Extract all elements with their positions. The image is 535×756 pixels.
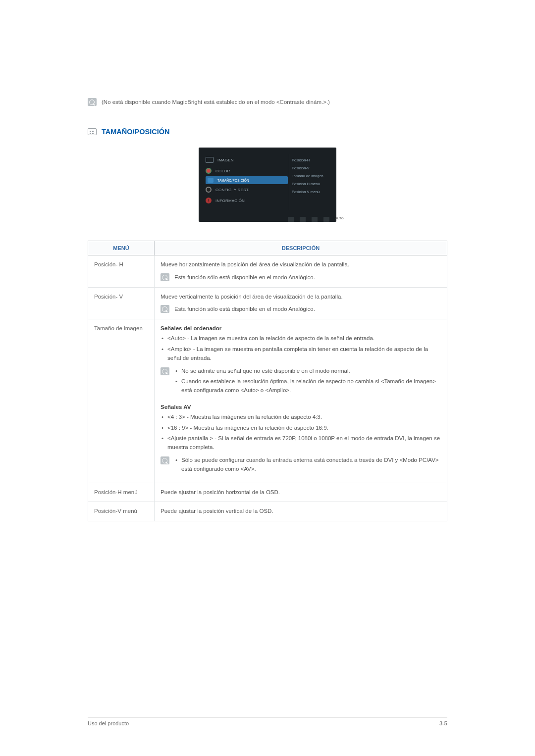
list-item: <Ajuste pantalla > - Si la señal de entr… [160,434,441,452]
note-text: Esta función sólo está disponible en el … [174,305,315,314]
bullet-list: <Auto> - La imagen se muestra con la rel… [160,334,441,362]
sub-bullet-list: No se admite una señal que no esté dispo… [174,367,441,395]
cell-menu: Posición-V menú [88,502,155,521]
table-row: Posición- V Mueve verticalmente la posic… [88,287,447,319]
sub-note: No se admite una señal que no esté dispo… [160,367,441,397]
cell-desc: Mueve verticalmente la posición del área… [155,287,447,319]
osd-right-item: Tamaño de imagen [292,172,323,180]
list-item: <Amplio> - La imagen se muestra en panta… [160,345,441,363]
magnifier-icon [88,98,97,106]
magnifier-icon [160,456,169,464]
magnifier-icon [160,273,169,281]
osd-item-config: CONFIG. Y REST. [206,184,288,195]
table-row: Posición-V menú Puede ajustar la posició… [88,502,447,521]
osd-item-color: COLOR [206,165,288,176]
section-heading-text: TAMAÑO/POSICIÓN [102,128,169,136]
table-row: Posición-H menú Puede ajustar la posició… [88,483,447,502]
top-note-text: (No está disponible cuando MagicBright e… [102,99,330,105]
magnifier-icon [160,367,169,375]
list-item: Cuando se establece la resolución óptima… [174,377,441,395]
th-desc: DESCRIPCIÓN [155,241,447,255]
osd-left-menu: IMAGEN COLOR TAMAÑO/POSICIÓN CONFIG. Y R… [206,154,288,206]
section-heading: TAMAÑO/POSICIÓN [88,128,447,136]
osd-screenshot: IMAGEN COLOR TAMAÑO/POSICIÓN CONFIG. Y R… [199,148,336,222]
osd-right-item: Posición-H [292,156,323,164]
bullet-list: <4 : 3> - Muestra las imágenes en la rel… [160,413,441,452]
subhead: Señales del ordenador [160,324,441,333]
desc-line: Mueve horizontalmente la posición del ár… [160,260,441,269]
list-item: <4 : 3> - Muestra las imágenes en la rel… [160,413,441,422]
note-text: Esta función sólo está disponible en el … [174,273,315,282]
desc-line: Mueve verticalmente la posición del área… [160,293,441,302]
description-table: MENÚ DESCRIPCIÓN Posición- H Mueve horiz… [88,241,447,521]
inline-note: Esta función sólo está disponible en el … [160,305,441,314]
footer-right: 3-5 [439,720,447,726]
page-footer: Uso del producto 3-5 [88,717,447,726]
footer-left: Uso del producto [88,720,129,726]
table-row: Posición- H Mueve horizontalmente la pos… [88,255,447,288]
magnifier-icon [160,305,169,313]
sub-bullet-list: Sólo se puede configurar cuando la entra… [174,456,441,474]
cell-menu: Posición-H menú [88,483,155,502]
sub-note: Sólo se puede configurar cuando la entra… [160,456,441,476]
cell-menu: Posición- H [88,255,155,288]
table-row: Tamaño de imagen Señales del ordenador <… [88,319,447,483]
osd-bottom-bar: AUTO [288,217,344,222]
osd-right-item: Posición H menú [292,180,323,188]
grid-icon [88,128,97,135]
top-note: (No está disponible cuando MagicBright e… [88,98,447,106]
subhead: Señales AV [160,403,441,412]
cell-desc: Señales del ordenador <Auto> - La imagen… [155,319,447,483]
th-menu: MENÚ [88,241,155,255]
inline-note: Esta función sólo está disponible en el … [160,273,441,282]
list-item: No se admite una señal que no esté dispo… [174,367,441,376]
cell-desc: Puede ajustar la posición horizontal de … [155,483,447,502]
osd-right-item: Posición V menú [292,188,323,196]
list-item: <Auto> - La imagen se muestra con la rel… [160,334,441,343]
list-item: <16 : 9> - Muestra las imágenes en la re… [160,424,441,433]
osd-item-imagen: IMAGEN [206,154,288,165]
cell-menu: Posición- V [88,287,155,319]
osd-right-menu: Posición-H Posición-V Tamaño de imagen P… [292,156,323,196]
cell-desc: Mueve horizontalmente la posición del ár… [155,255,447,288]
list-item: Sólo se puede configurar cuando la entra… [174,456,441,474]
cell-desc: Puede ajustar la posición vertical de la… [155,502,447,521]
cell-menu: Tamaño de imagen [88,319,155,483]
osd-item-tamano: TAMAÑO/POSICIÓN [206,176,288,184]
osd-item-info: iINFORMACIÓN [206,195,288,206]
osd-right-item: Posición-V [292,164,323,172]
